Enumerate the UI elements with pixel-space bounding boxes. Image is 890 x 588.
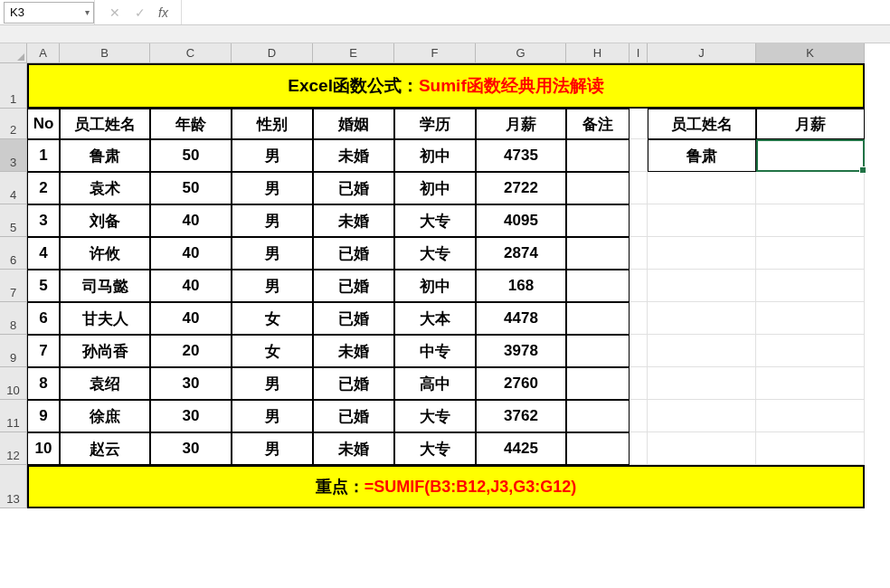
- cell-K4[interactable]: [756, 172, 865, 204]
- row-header-11[interactable]: 11: [0, 400, 27, 432]
- cell-K5[interactable]: [756, 204, 865, 237]
- row-header-8[interactable]: 8: [0, 302, 27, 335]
- col-header-E[interactable]: E: [313, 43, 394, 63]
- col-header-A[interactable]: A: [27, 43, 60, 63]
- cell-education[interactable]: 大本: [394, 302, 476, 335]
- cell-K6[interactable]: [756, 237, 865, 270]
- cell-no[interactable]: 1: [27, 139, 60, 172]
- header-age[interactable]: 年龄: [150, 109, 232, 139]
- lookup-name-value[interactable]: 鲁肃: [648, 139, 756, 172]
- cell-education[interactable]: 大专: [394, 237, 476, 270]
- cell-I11[interactable]: [630, 400, 648, 432]
- cell-I10[interactable]: [630, 367, 648, 400]
- cell-J4[interactable]: [648, 172, 756, 204]
- col-header-G[interactable]: G: [476, 43, 566, 63]
- row-header-12[interactable]: 12: [0, 432, 27, 465]
- col-header-H[interactable]: H: [566, 43, 630, 63]
- cell-no[interactable]: 2: [27, 172, 60, 204]
- cell-gender[interactable]: 男: [232, 139, 313, 172]
- cell-salary[interactable]: 4425: [476, 432, 566, 465]
- cell-age[interactable]: 50: [150, 139, 232, 172]
- cell-gender[interactable]: 男: [232, 270, 313, 302]
- cell-remark[interactable]: [566, 302, 630, 335]
- cell-name[interactable]: 许攸: [60, 237, 150, 270]
- cell-salary[interactable]: 3762: [476, 400, 566, 432]
- cell-K9[interactable]: [756, 335, 865, 367]
- name-box-dropdown-icon[interactable]: ▾: [85, 7, 90, 17]
- cell-marriage[interactable]: 已婚: [313, 367, 394, 400]
- cell-marriage[interactable]: 已婚: [313, 302, 394, 335]
- cell-K10[interactable]: [756, 367, 865, 400]
- cell-age[interactable]: 30: [150, 367, 232, 400]
- cell-no[interactable]: 9: [27, 400, 60, 432]
- cell-name[interactable]: 刘备: [60, 204, 150, 237]
- cell-age[interactable]: 20: [150, 335, 232, 367]
- cell-salary[interactable]: 168: [476, 270, 566, 302]
- cell-name[interactable]: 袁术: [60, 172, 150, 204]
- cell-gender[interactable]: 女: [232, 335, 313, 367]
- lookup-header-salary[interactable]: 月薪: [756, 109, 865, 139]
- cell-remark[interactable]: [566, 432, 630, 465]
- cell-age[interactable]: 40: [150, 204, 232, 237]
- cell-remark[interactable]: [566, 367, 630, 400]
- cell-age[interactable]: 50: [150, 172, 232, 204]
- cell-K7[interactable]: [756, 270, 865, 302]
- cell-J5[interactable]: [648, 204, 756, 237]
- col-header-D[interactable]: D: [232, 43, 313, 63]
- cell-remark[interactable]: [566, 237, 630, 270]
- cell-K8[interactable]: [756, 302, 865, 335]
- cell-salary[interactable]: 2874: [476, 237, 566, 270]
- footer-cell[interactable]: 重点： =SUMIF(B3:B12,J3,G3:G12): [27, 465, 865, 508]
- row-header-10[interactable]: 10: [0, 367, 27, 400]
- cell-J12[interactable]: [648, 432, 756, 465]
- row-header-5[interactable]: 5: [0, 204, 27, 237]
- cell-education[interactable]: 初中: [394, 270, 476, 302]
- cell-no[interactable]: 4: [27, 237, 60, 270]
- header-gender[interactable]: 性别: [232, 109, 313, 139]
- cell-J6[interactable]: [648, 237, 756, 270]
- cell-no[interactable]: 10: [27, 432, 60, 465]
- header-no[interactable]: No: [27, 109, 60, 139]
- cell-name[interactable]: 孙尚香: [60, 335, 150, 367]
- cell-education[interactable]: 中专: [394, 335, 476, 367]
- cell-age[interactable]: 40: [150, 270, 232, 302]
- row-header-1[interactable]: 1: [0, 63, 27, 109]
- select-all-corner[interactable]: [0, 43, 27, 63]
- cell-I9[interactable]: [630, 335, 648, 367]
- cell-marriage[interactable]: 未婚: [313, 139, 394, 172]
- cell-name[interactable]: 司马懿: [60, 270, 150, 302]
- cell-name[interactable]: 袁绍: [60, 367, 150, 400]
- cell-marriage[interactable]: 已婚: [313, 270, 394, 302]
- col-header-B[interactable]: B: [60, 43, 150, 63]
- header-name[interactable]: 员工姓名: [60, 109, 150, 139]
- row-header-13[interactable]: 13: [0, 465, 27, 508]
- cell-I6[interactable]: [630, 237, 648, 270]
- lookup-header-name[interactable]: 员工姓名: [648, 109, 756, 139]
- cell-gender[interactable]: 男: [232, 204, 313, 237]
- row-header-3[interactable]: 3: [0, 139, 27, 172]
- header-education[interactable]: 学历: [394, 109, 476, 139]
- cell-remark[interactable]: [566, 172, 630, 204]
- cell-education[interactable]: 大专: [394, 432, 476, 465]
- row-header-7[interactable]: 7: [0, 270, 27, 302]
- row-header-6[interactable]: 6: [0, 237, 27, 270]
- formula-input[interactable]: [181, 0, 890, 24]
- cell-gender[interactable]: 男: [232, 172, 313, 204]
- header-remark[interactable]: 备注: [566, 109, 630, 139]
- cell-I3[interactable]: [630, 139, 648, 172]
- col-header-J[interactable]: J: [648, 43, 756, 63]
- row-header-4[interactable]: 4: [0, 172, 27, 204]
- cell-I2[interactable]: [630, 109, 648, 139]
- row-header-9[interactable]: 9: [0, 335, 27, 367]
- title-cell[interactable]: Excel函数公式： Sumif函数经典用法解读: [27, 63, 865, 109]
- cell-salary[interactable]: 4478: [476, 302, 566, 335]
- cell-salary[interactable]: 4735: [476, 139, 566, 172]
- cell-marriage[interactable]: 未婚: [313, 204, 394, 237]
- cell-education[interactable]: 初中: [394, 139, 476, 172]
- cell-name[interactable]: 甘夫人: [60, 302, 150, 335]
- cell-no[interactable]: 6: [27, 302, 60, 335]
- cell-education[interactable]: 高中: [394, 367, 476, 400]
- cell-age[interactable]: 30: [150, 400, 232, 432]
- cell-I7[interactable]: [630, 270, 648, 302]
- cell-J7[interactable]: [648, 270, 756, 302]
